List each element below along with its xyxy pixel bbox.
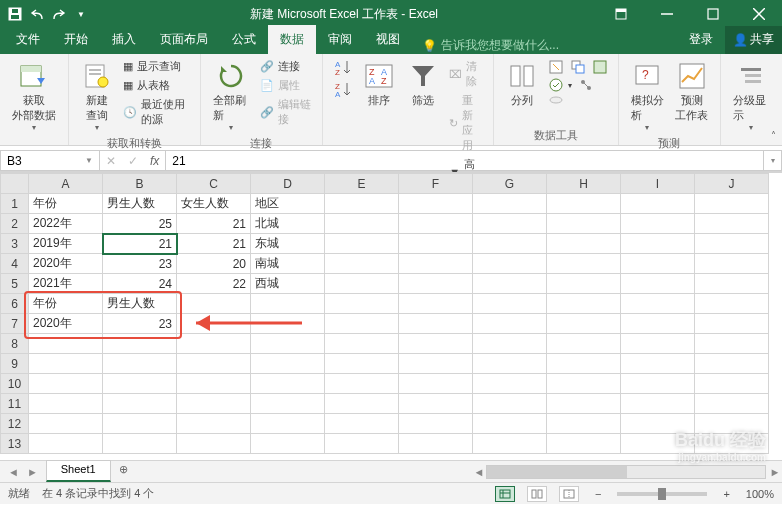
sheet-tab[interactable]: Sheet1 <box>46 460 111 482</box>
cell[interactable] <box>473 374 547 394</box>
zoom-in-button[interactable]: + <box>719 488 733 500</box>
row-header[interactable]: 7 <box>1 314 29 334</box>
cell[interactable] <box>473 194 547 214</box>
zoom-level[interactable]: 100% <box>746 488 774 500</box>
cell[interactable] <box>399 274 473 294</box>
relationships-button[interactable] <box>576 76 596 94</box>
cell[interactable] <box>621 314 695 334</box>
cell[interactable] <box>547 354 621 374</box>
cell[interactable] <box>399 374 473 394</box>
save-icon[interactable] <box>6 5 24 23</box>
cell[interactable] <box>547 434 621 454</box>
cell[interactable] <box>547 234 621 254</box>
row-header[interactable]: 9 <box>1 354 29 374</box>
cell[interactable] <box>103 354 177 374</box>
cell[interactable] <box>695 434 769 454</box>
cell[interactable]: 男生人数 <box>103 294 177 314</box>
sort-button[interactable]: ZAAZ 排序 <box>359 58 399 110</box>
cell[interactable]: 23 <box>103 314 177 334</box>
col-header[interactable]: F <box>399 174 473 194</box>
hscroll-left-icon[interactable]: ◄ <box>472 466 486 478</box>
cell[interactable] <box>177 354 251 374</box>
tab-review[interactable]: 审阅 <box>316 25 364 54</box>
cell[interactable] <box>251 334 325 354</box>
cell[interactable] <box>251 374 325 394</box>
zoom-thumb[interactable] <box>658 488 666 500</box>
cell[interactable] <box>547 274 621 294</box>
cell[interactable] <box>399 254 473 274</box>
cell[interactable] <box>695 354 769 374</box>
forecast-button[interactable]: 预测 工作表 <box>672 58 712 125</box>
cell[interactable] <box>399 294 473 314</box>
row-header[interactable]: 13 <box>1 434 29 454</box>
cell[interactable]: 2019年 <box>29 234 103 254</box>
cell[interactable]: 24 <box>103 274 177 294</box>
cell[interactable] <box>621 294 695 314</box>
from-table-button[interactable]: ▦从表格 <box>121 77 192 94</box>
cell[interactable] <box>547 314 621 334</box>
share-button[interactable]: 👤共享 <box>725 26 782 54</box>
cell[interactable] <box>621 214 695 234</box>
close-icon[interactable] <box>736 0 782 28</box>
view-page-break-button[interactable] <box>559 486 579 502</box>
expand-formula-icon[interactable]: ▾ <box>764 150 782 171</box>
cell[interactable] <box>695 314 769 334</box>
cell[interactable] <box>399 394 473 414</box>
redo-icon[interactable] <box>50 5 68 23</box>
cell[interactable] <box>325 234 399 254</box>
col-header[interactable]: E <box>325 174 399 194</box>
spreadsheet-grid[interactable]: A B C D E F G H I J 1年份男生人数女生人数地区 22022年… <box>0 172 782 460</box>
cell[interactable] <box>473 274 547 294</box>
cell[interactable] <box>547 194 621 214</box>
cell[interactable] <box>695 254 769 274</box>
row-header[interactable]: 11 <box>1 394 29 414</box>
sheet-nav-prev-icon[interactable]: ◄ <box>8 466 19 478</box>
cell[interactable] <box>177 394 251 414</box>
cell[interactable] <box>473 314 547 334</box>
tab-file[interactable]: 文件 <box>4 25 52 54</box>
name-box[interactable]: B3▼ <box>0 150 100 171</box>
cell[interactable] <box>103 414 177 434</box>
cell[interactable] <box>177 314 251 334</box>
cell[interactable]: 2021年 <box>29 274 103 294</box>
tab-home[interactable]: 开始 <box>52 25 100 54</box>
cell[interactable] <box>473 214 547 234</box>
cell[interactable]: 2020年 <box>29 254 103 274</box>
cell[interactable] <box>547 414 621 434</box>
zoom-slider[interactable] <box>617 492 707 496</box>
tab-view[interactable]: 视图 <box>364 25 412 54</box>
cell[interactable]: 21 <box>103 234 177 254</box>
cell[interactable] <box>399 414 473 434</box>
cell[interactable] <box>547 214 621 234</box>
cell[interactable] <box>399 334 473 354</box>
cell[interactable] <box>473 394 547 414</box>
cell[interactable] <box>473 434 547 454</box>
cell[interactable] <box>547 294 621 314</box>
cell[interactable] <box>547 394 621 414</box>
row-header[interactable]: 10 <box>1 374 29 394</box>
cell[interactable] <box>29 354 103 374</box>
cell[interactable] <box>547 254 621 274</box>
ribbon-options-icon[interactable] <box>598 0 644 28</box>
view-normal-button[interactable] <box>495 486 515 502</box>
cell[interactable] <box>251 414 325 434</box>
cell[interactable] <box>621 234 695 254</box>
cell[interactable] <box>399 354 473 374</box>
cell[interactable] <box>177 374 251 394</box>
cell[interactable] <box>473 334 547 354</box>
hscroll-right-icon[interactable]: ► <box>768 466 782 478</box>
edit-links-button[interactable]: 🔗编辑链接 <box>258 96 314 128</box>
cell[interactable] <box>325 314 399 334</box>
cell[interactable] <box>695 414 769 434</box>
cell[interactable] <box>177 334 251 354</box>
cell[interactable] <box>325 194 399 214</box>
cell[interactable] <box>473 354 547 374</box>
cell[interactable] <box>399 194 473 214</box>
row-header[interactable]: 3 <box>1 234 29 254</box>
minimize-icon[interactable] <box>644 0 690 28</box>
clear-filter-button[interactable]: ⌧清除 <box>447 58 485 90</box>
cell[interactable] <box>621 354 695 374</box>
cell[interactable] <box>103 394 177 414</box>
cell[interactable] <box>695 214 769 234</box>
col-header[interactable]: I <box>621 174 695 194</box>
